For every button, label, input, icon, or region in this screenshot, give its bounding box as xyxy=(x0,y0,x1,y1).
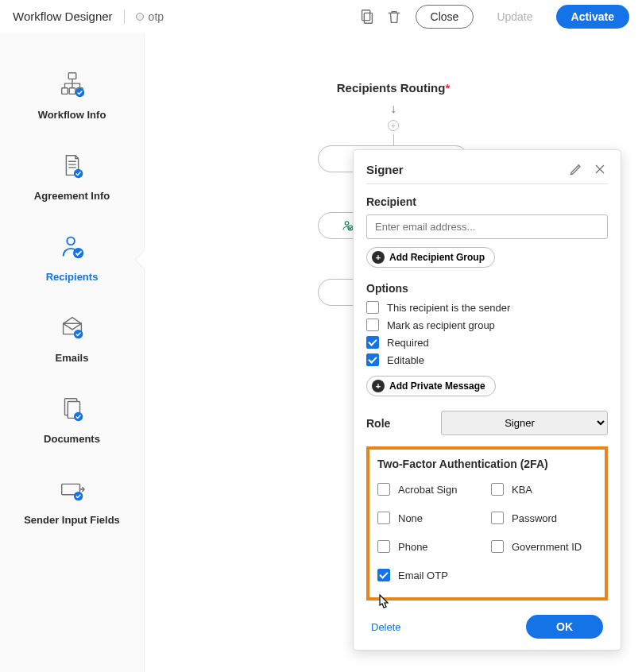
recipient-properties-panel: Signer Recipient + Add Recipient Group O… xyxy=(353,149,621,651)
add-node-button[interactable]: + xyxy=(388,120,399,131)
required-star-icon: * xyxy=(445,81,450,95)
option-label: Acrobat Sign xyxy=(398,484,457,496)
checkbox[interactable] xyxy=(366,336,379,349)
svg-rect-3 xyxy=(61,88,68,95)
edit-icon[interactable] xyxy=(568,161,584,177)
status-dot-icon xyxy=(136,13,144,21)
agreement-info-icon xyxy=(57,151,87,183)
connector xyxy=(393,134,394,145)
sidebar-item-emails[interactable]: Emails xyxy=(0,300,144,381)
tfa-option-row[interactable]: None xyxy=(377,512,483,524)
sidebar-item-label: Emails xyxy=(56,352,89,364)
checkbox[interactable] xyxy=(366,301,379,314)
checkbox[interactable] xyxy=(377,540,390,553)
svg-rect-4 xyxy=(69,88,75,95)
documents-icon xyxy=(57,394,87,427)
option-row[interactable]: Editable xyxy=(366,353,608,366)
checkbox[interactable] xyxy=(366,319,379,331)
checkbox[interactable] xyxy=(377,483,390,496)
update-button: Update xyxy=(482,5,547,29)
tfa-option-row[interactable]: Government ID xyxy=(491,540,597,553)
checkbox[interactable] xyxy=(491,512,504,524)
option-label: Mark as recipient group xyxy=(387,319,495,331)
checkbox[interactable] xyxy=(491,483,504,496)
duplicate-icon[interactable] xyxy=(358,8,376,25)
svg-rect-0 xyxy=(362,10,369,20)
sidebar-item-documents[interactable]: Documents xyxy=(0,381,144,462)
app-header: Workflow Designer otp Close Update Activ… xyxy=(0,0,642,33)
checkbox[interactable] xyxy=(377,569,390,581)
app-title: Workflow Designer xyxy=(13,10,113,23)
svg-point-18 xyxy=(345,222,349,226)
arrow-down-icon: ↓ xyxy=(390,102,396,115)
option-label: Phone xyxy=(398,541,428,553)
delete-link[interactable]: Delete xyxy=(371,621,401,633)
recipient-email-input[interactable] xyxy=(366,214,608,239)
sender-input-fields-icon xyxy=(57,475,87,508)
tfa-option-row[interactable]: Acrobat Sign xyxy=(377,483,483,496)
option-label: Government ID xyxy=(512,541,582,553)
workflow-name: otp xyxy=(149,10,164,23)
routing-title: Recipients Routing* xyxy=(145,81,642,95)
option-label: Required xyxy=(387,337,429,349)
option-label: Editable xyxy=(387,354,424,366)
panel-title: Signer xyxy=(366,163,560,176)
option-label: Password xyxy=(512,512,557,524)
options-section-label: Options xyxy=(366,282,608,295)
recipient-section-label: Recipient xyxy=(366,195,608,208)
sidebar-item-recipients[interactable]: Recipients xyxy=(0,219,144,300)
tfa-option-row[interactable]: Password xyxy=(491,512,597,524)
sidebar-item-label: Sender Input Fields xyxy=(24,514,120,526)
divider xyxy=(366,183,608,184)
sidebar-item-label: Agreement Info xyxy=(34,190,110,202)
activate-button[interactable]: Activate xyxy=(556,5,629,29)
option-label: This recipient is the sender xyxy=(387,302,510,314)
checkbox[interactable] xyxy=(377,512,390,524)
svg-point-9 xyxy=(72,248,83,258)
plus-icon: + xyxy=(372,380,385,392)
option-label: KBA xyxy=(512,484,532,496)
tfa-section-highlight: Two-Factor Authentication (2FA) Acrobat … xyxy=(366,446,608,601)
sidebar: Workflow Info Agreement Info Recipients … xyxy=(0,33,145,672)
checkbox[interactable] xyxy=(491,540,504,553)
sidebar-item-label: Documents xyxy=(44,433,100,445)
button-label: Add Recipient Group xyxy=(389,252,485,263)
option-label: Email OTP xyxy=(398,570,448,581)
close-icon[interactable] xyxy=(592,161,608,177)
sidebar-item-label: Recipients xyxy=(46,271,99,283)
checkbox[interactable] xyxy=(366,353,379,366)
divider xyxy=(124,10,125,24)
close-button[interactable]: Close xyxy=(416,5,474,29)
button-label: Add Private Message xyxy=(389,380,485,392)
plus-icon: + xyxy=(372,251,385,264)
add-recipient-group-button[interactable]: + Add Recipient Group xyxy=(366,247,495,268)
trash-icon[interactable] xyxy=(385,8,403,25)
sidebar-item-label: Workflow Info xyxy=(38,109,106,121)
role-label: Role xyxy=(366,417,430,430)
workflow-info-icon xyxy=(57,70,87,102)
role-select[interactable]: Signer xyxy=(441,411,608,435)
svg-rect-2 xyxy=(68,73,76,79)
option-row[interactable]: Mark as recipient group xyxy=(366,319,608,331)
tfa-option-row[interactable]: Email OTP xyxy=(377,569,483,581)
panel-header: Signer xyxy=(366,161,608,177)
tfa-section-label: Two-Factor Authentication (2FA) xyxy=(377,458,597,470)
routing-title-text: Recipients Routing xyxy=(337,81,446,95)
add-private-message-button[interactable]: + Add Private Message xyxy=(366,376,496,396)
tfa-option-row[interactable]: KBA xyxy=(491,483,597,496)
svg-point-8 xyxy=(67,238,75,245)
sidebar-item-agreement-info[interactable]: Agreement Info xyxy=(0,138,144,219)
svg-rect-1 xyxy=(364,13,372,23)
option-row[interactable]: This recipient is the sender xyxy=(366,301,608,314)
ok-button[interactable]: OK xyxy=(526,615,603,639)
tfa-option-row[interactable]: Phone xyxy=(377,540,483,553)
emails-icon xyxy=(57,313,87,346)
sidebar-item-sender-input-fields[interactable]: Sender Input Fields xyxy=(0,462,144,543)
recipients-icon xyxy=(57,232,87,265)
option-row[interactable]: Required xyxy=(366,336,608,349)
sidebar-item-workflow-info[interactable]: Workflow Info xyxy=(0,57,144,138)
option-label: None xyxy=(398,512,423,524)
